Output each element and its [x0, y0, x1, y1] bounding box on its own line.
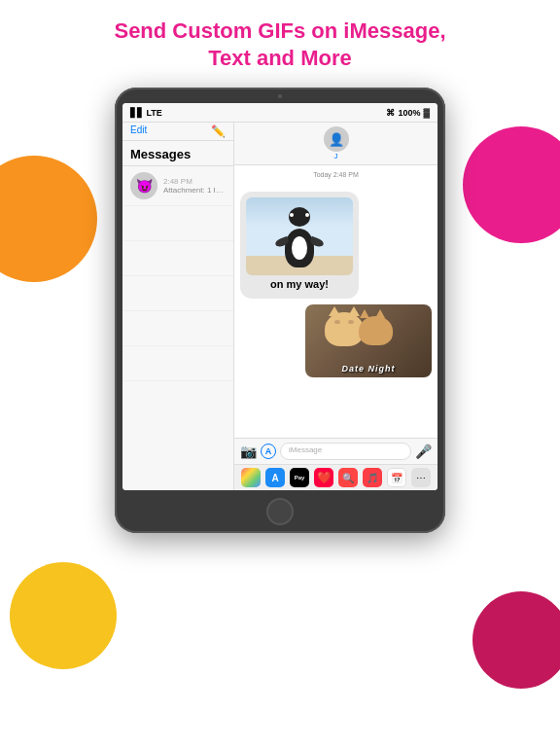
cat-shape-2 — [359, 316, 393, 345]
ipad-camera — [278, 94, 282, 98]
penguin-head — [289, 207, 310, 227]
cats-gif-bubble: Date Night — [305, 304, 432, 377]
status-bar: ▋▋ LTE ⌘ 100% ▓ — [122, 103, 438, 123]
empty-row-2 — [122, 241, 233, 276]
penguin-wing-right — [309, 236, 325, 248]
edit-button[interactable]: Edit — [130, 124, 147, 138]
decoration-blob-pink — [463, 126, 560, 243]
penguin-wing-left — [274, 236, 290, 248]
more-apps-icon[interactable]: ⋯ — [411, 468, 431, 487]
message-info: 2:48 PM Attachment: 1 Image — [163, 177, 226, 195]
penguin-gif-bubble: on my way! — [240, 192, 359, 299]
chat-avatar: 👤 — [324, 126, 349, 152]
chat-messages: Today 2:48 PM — [234, 165, 438, 438]
appstore-button[interactable]: A — [261, 444, 276, 459]
empty-row-4 — [122, 311, 233, 346]
decoration-blob-darkpink — [472, 591, 560, 689]
penguin-figure — [285, 207, 314, 267]
chat-input-area: 📷 A iMessage 🎤 — [234, 438, 438, 464]
chat-area: 👤 J Today 2:48 PM — [234, 123, 438, 490]
applepay-app-icon[interactable]: Pay — [290, 468, 309, 487]
appstore-app-icon[interactable]: A — [265, 468, 285, 487]
app-icon-strip: A Pay ❤️ 🔍 🎵 📅 ⋯ — [234, 464, 438, 490]
penguin-belly — [292, 236, 307, 260]
message-preview: Attachment: 1 Image — [163, 186, 226, 195]
chat-avatar-icon: 👤 — [329, 132, 344, 147]
decoration-blob-orange — [0, 156, 97, 282]
empty-row-5 — [122, 346, 233, 381]
ipad-screen: ▋▋ LTE ⌘ 100% ▓ Edit ✏️ Messages — [122, 103, 438, 490]
battery-icon: ▓ — [423, 108, 430, 118]
search-app-icon[interactable]: 🔍 — [338, 468, 358, 487]
messages-sidebar: Edit ✏️ Messages 😈 2:48 PM Attachment: 1… — [122, 123, 234, 490]
message-placeholder: iMessage — [289, 445, 322, 454]
camera-button[interactable]: 📷 — [240, 444, 257, 459]
avatar: 😈 — [130, 172, 158, 199]
decoration-blob-yellow — [10, 562, 117, 669]
avatar-emoji: 😈 — [136, 178, 153, 194]
mic-button[interactable]: 🎤 — [415, 444, 432, 459]
sidebar-title: Messages — [130, 147, 191, 161]
heart-app-icon[interactable]: ❤️ — [314, 468, 333, 487]
ipad-mockup: ▋▋ LTE ⌘ 100% ▓ Edit ✏️ Messages — [115, 88, 445, 533]
message-time: 2:48 PM — [163, 177, 226, 186]
date-night-label: Date Night — [342, 364, 396, 374]
music-app-icon[interactable]: 🎵 — [363, 468, 382, 487]
cat-shape-1 — [325, 312, 364, 346]
message-input[interactable]: iMessage — [280, 443, 411, 460]
battery-indicator: 100% — [398, 108, 420, 118]
chat-contact-name: J — [334, 152, 338, 160]
page-title: Send Custom GIFs on iMessage, Text and M… — [0, 18, 560, 71]
calendar-app-icon[interactable]: 📅 — [387, 468, 406, 487]
status-right: ⌘ 100% ▓ — [386, 108, 430, 118]
penguin-body — [285, 229, 314, 267]
status-left: ▋▋ LTE — [130, 108, 162, 118]
sidebar-header: Messages — [122, 141, 233, 166]
compose-button[interactable]: ✏️ — [211, 124, 226, 138]
message-item[interactable]: 😈 2:48 PM Attachment: 1 Image — [122, 166, 233, 206]
empty-row-3 — [122, 276, 233, 311]
chat-header: 👤 J — [234, 123, 438, 165]
penguin-gif-image — [246, 197, 353, 275]
sidebar-nav: Edit ✏️ — [122, 123, 233, 141]
imessage-timestamp: Today 2:48 PM — [240, 171, 432, 178]
ipad-home-button[interactable] — [266, 498, 294, 525]
photos-app-icon[interactable] — [241, 468, 261, 487]
on-my-way-text: on my way! — [246, 275, 353, 293]
wifi-icon: ⌘ — [386, 108, 395, 118]
signal-icon: ▋▋ LTE — [130, 108, 162, 118]
empty-row-1 — [122, 206, 233, 241]
app-content: Edit ✏️ Messages 😈 2:48 PM Attachment: 1… — [122, 123, 438, 490]
